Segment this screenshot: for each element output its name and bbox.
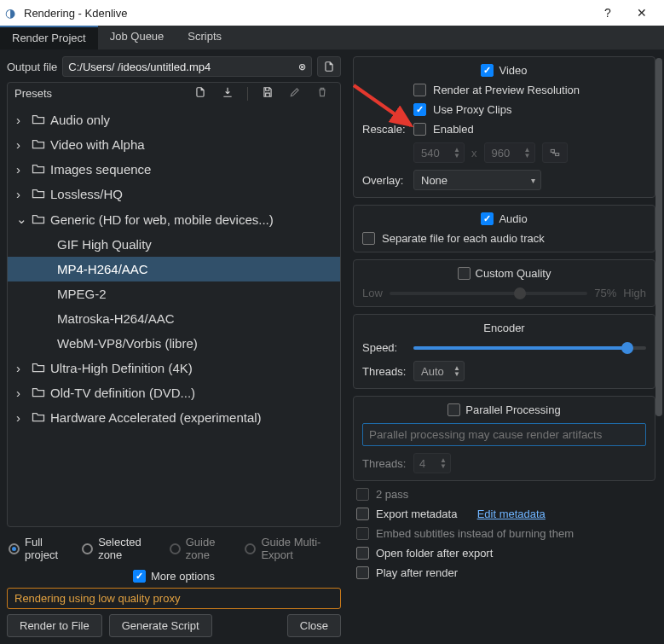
quality-low-label: Low	[362, 287, 383, 299]
play-after-checkbox[interactable]	[356, 566, 369, 579]
separate-audio-label: Separate file for each audio track	[382, 232, 545, 245]
quality-section: Custom Quality Low 75% High	[353, 259, 655, 307]
tab-bar: Render Project Job Queue Scripts	[0, 26, 664, 49]
parallel-threads-label: Threads:	[362, 457, 407, 470]
parallel-heading: Parallel Processing	[465, 403, 560, 416]
rescale-height-input[interactable]: 960▲▼	[484, 142, 535, 163]
custom-quality-checkbox[interactable]	[458, 267, 471, 280]
play-after-label: Play after render	[376, 566, 458, 579]
preset-item[interactable]: WebM-VP8/Vorbis (libre)	[8, 331, 340, 356]
right-scrollbar[interactable]	[655, 58, 662, 635]
preset-group[interactable]: ›Old-TV definition (DVD...)	[8, 380, 340, 405]
preset-item[interactable]: MP4-H264/AAC	[8, 257, 340, 281]
preset-group[interactable]: ›Audio only	[8, 107, 340, 132]
generate-script-button[interactable]: Generate Script	[109, 614, 212, 637]
parallel-threads-input[interactable]: 4▲▼	[413, 453, 451, 473]
rescale-label: Rescale:	[362, 123, 407, 136]
quality-slider[interactable]	[390, 292, 587, 295]
output-file-input[interactable]: C:/Users/ /ideos/untitled.mp4	[68, 61, 295, 73]
video-heading: Video	[499, 64, 527, 77]
separate-audio-checkbox[interactable]	[362, 232, 375, 245]
parallel-warning-input[interactable]	[362, 423, 646, 446]
radio-guide-multi[interactable]: Guide Multi-Export	[245, 536, 339, 561]
tab-job-queue[interactable]: Job Queue	[98, 26, 176, 49]
open-folder-checkbox[interactable]	[356, 547, 369, 560]
encoder-speed-label: Speed:	[362, 341, 407, 354]
overlay-label: Overlay:	[362, 174, 407, 187]
preset-group[interactable]: ›Ultra-High Definition (4K)	[8, 356, 340, 380]
preset-item[interactable]: MPEG-2	[8, 281, 340, 306]
quality-heading: Custom Quality	[476, 267, 551, 280]
svg-rect-0	[551, 150, 554, 153]
delete-preset-icon[interactable]	[311, 86, 333, 101]
encoder-heading: Encoder	[483, 322, 524, 334]
embed-subtitles-label: Embed subtitles instead of burning them	[376, 527, 574, 540]
clear-input-icon[interactable]: ⊗	[298, 61, 306, 73]
browse-output-button[interactable]	[317, 56, 341, 77]
download-preset-icon[interactable]	[217, 86, 239, 101]
more-options-checkbox[interactable]: ✓	[133, 570, 146, 583]
app-icon: ◑	[5, 6, 19, 20]
encoder-threads-input[interactable]: Auto▲▼	[413, 361, 465, 381]
audio-enabled-checkbox[interactable]: ✓	[481, 212, 494, 225]
preset-item[interactable]: GIF High Quality	[8, 232, 340, 257]
audio-heading: Audio	[499, 212, 527, 225]
audio-section: ✓ Audio Separate file for each audio tra…	[353, 205, 655, 252]
output-file-label: Output file	[7, 61, 57, 73]
close-button[interactable]: Close	[287, 614, 341, 637]
preset-group[interactable]: ›Images sequence	[8, 157, 340, 182]
radio-selected-zone[interactable]: Selected zone	[82, 536, 158, 561]
rescale-enabled-label: Enabled	[433, 123, 474, 136]
preset-group[interactable]: ⌄Generic (HD for web, mobile devices...)	[8, 206, 340, 232]
use-proxy-checkbox[interactable]: ✓	[413, 103, 426, 116]
use-proxy-label: Use Proxy Clips	[433, 103, 511, 116]
video-enabled-checkbox[interactable]: ✓	[481, 64, 494, 77]
video-section: ✓ Video Render at Preview Resolution ✓ U…	[353, 56, 655, 198]
overlay-combo[interactable]: None▾	[413, 170, 541, 190]
export-metadata-checkbox[interactable]	[356, 508, 369, 520]
edit-metadata-link[interactable]: Edit metadata	[477, 508, 546, 520]
quality-percent: 75%	[594, 287, 616, 299]
proxy-warning: Rendering using low quality proxy	[7, 588, 341, 609]
two-pass-label: 2 pass	[376, 488, 408, 501]
help-button[interactable]: ?	[591, 6, 625, 20]
close-window-button[interactable]: ✕	[625, 6, 659, 20]
preset-group[interactable]: ›Lossless/HQ	[8, 182, 340, 206]
quality-high-label: High	[623, 287, 646, 299]
new-preset-icon[interactable]	[189, 86, 211, 101]
open-folder-label: Open folder after export	[376, 547, 493, 560]
export-metadata-label: Export metadata	[376, 508, 457, 520]
preset-tree[interactable]: ›Audio only›Video with Alpha›Images sequ…	[8, 104, 340, 526]
render-to-file-button[interactable]: Render to File	[7, 614, 102, 637]
edit-preset-icon[interactable]	[284, 86, 306, 101]
parallel-checkbox[interactable]	[447, 403, 460, 416]
preset-item[interactable]: Matroska-H264/AAC	[8, 306, 340, 331]
reset-rescale-button[interactable]	[542, 142, 568, 163]
embed-subtitles-checkbox[interactable]	[356, 527, 369, 540]
encoder-section: Encoder Speed: Threads: Auto▲▼	[353, 314, 655, 389]
window-title: Rendering - Kdenlive	[24, 7, 591, 20]
rescale-enabled-checkbox[interactable]	[413, 123, 426, 136]
parallel-section: Parallel Processing Threads: 4▲▼	[353, 396, 655, 481]
two-pass-checkbox[interactable]	[356, 488, 369, 501]
svg-rect-1	[555, 154, 558, 156]
preset-group[interactable]: ›Hardware Accelerated (experimental)	[8, 405, 340, 430]
save-preset-icon[interactable]	[257, 86, 279, 101]
preset-group[interactable]: ›Video with Alpha	[8, 132, 340, 157]
rescale-by: x	[471, 147, 477, 160]
render-preview-label: Render at Preview Resolution	[433, 84, 580, 96]
more-options-label: More options	[151, 570, 215, 583]
render-preview-checkbox[interactable]	[413, 84, 426, 96]
encoder-threads-label: Threads:	[362, 365, 407, 378]
tab-scripts[interactable]: Scripts	[176, 26, 234, 49]
tab-render-project[interactable]: Render Project	[0, 26, 98, 49]
radio-full-project[interactable]: Full project	[9, 536, 70, 561]
rescale-width-input[interactable]: 540▲▼	[413, 142, 465, 163]
separator	[247, 87, 248, 101]
radio-guide-zone[interactable]: Guide zone	[170, 536, 234, 561]
encoder-speed-slider[interactable]	[413, 346, 646, 350]
presets-label: Presets	[14, 87, 52, 100]
